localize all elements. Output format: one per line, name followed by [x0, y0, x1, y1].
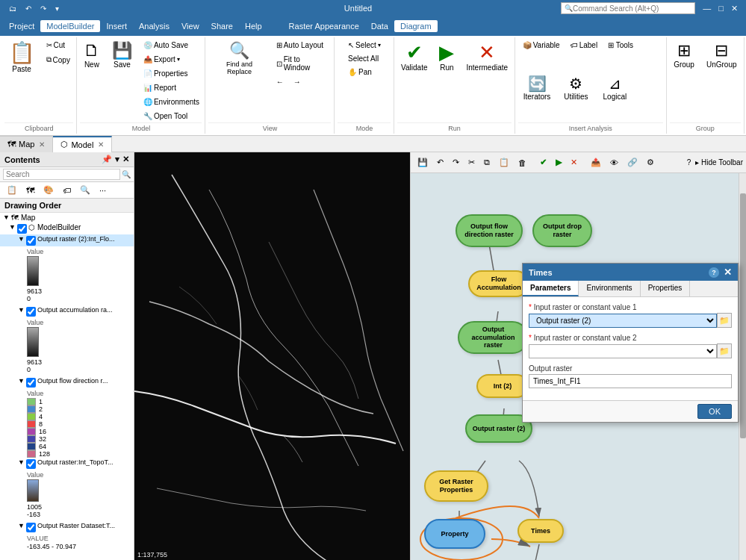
- menu-data[interactable]: Data: [365, 20, 394, 32]
- contents-search-input[interactable]: [3, 169, 120, 180]
- auto-save-button[interactable]: 💿 Auto Save: [139, 39, 204, 52]
- nav-next-button[interactable]: →: [289, 75, 305, 88]
- menu-share[interactable]: Share: [205, 20, 239, 32]
- layer-output-accum[interactable]: ▼ Output accumulation ra...: [0, 305, 134, 317]
- layer-output-raster-2[interactable]: ▼ Output raster (2):Int_Flo...: [0, 234, 134, 246]
- tools-button[interactable]: ⊞ Tools: [603, 39, 638, 52]
- node-output-flow-dir[interactable]: Output flow direction raster: [456, 214, 523, 247]
- command-search-input[interactable]: [573, 4, 685, 13]
- auto-layout-button[interactable]: ⊞ Auto Layout: [272, 39, 332, 52]
- output-raster-2-checkbox[interactable]: [26, 236, 36, 246]
- toolbar-layers-icon[interactable]: 📋: [3, 184, 21, 196]
- model-link-btn[interactable]: 🔗: [624, 155, 641, 169]
- pan-button[interactable]: ✋ Pan: [344, 66, 385, 78]
- dialog-help-btn[interactable]: ?: [709, 267, 719, 278]
- model-paste-btn[interactable]: 📋: [495, 155, 513, 169]
- model-settings-btn[interactable]: ⚙: [643, 155, 658, 169]
- dataset-checkbox[interactable]: [26, 523, 36, 532]
- properties-button[interactable]: 📄 Properties: [139, 67, 204, 80]
- model-canvas[interactable]: Output flow direction raster Output drop…: [411, 173, 746, 560]
- node-flow-accum[interactable]: Flow Accumulation: [468, 270, 529, 297]
- maximize-btn[interactable]: □: [716, 3, 726, 14]
- accum-checkbox[interactable]: [26, 307, 36, 317]
- scrollbar-thumb[interactable]: [740, 193, 746, 438]
- model-delete-btn[interactable]: 🗑: [515, 156, 530, 169]
- select-input-raster-2[interactable]: [529, 344, 717, 358]
- model-cut-btn[interactable]: ✂: [464, 155, 479, 169]
- report-button[interactable]: 📊 Report: [139, 81, 204, 94]
- layer-output-dataset[interactable]: ▼ Output Raster Dataset:T...: [0, 521, 134, 533]
- toolbar-more-icon[interactable]: ···: [96, 184, 110, 196]
- fit-window-button[interactable]: ⊡ Fit to Window: [272, 53, 332, 74]
- paste-button[interactable]: 📋 Paste: [4, 39, 40, 77]
- dialog-tab-envs[interactable]: Environments: [579, 281, 640, 296]
- panel-pin-btn[interactable]: 📌: [102, 155, 112, 164]
- intermediate-button[interactable]: ✕ Intermediate: [461, 39, 513, 75]
- toolbar-symbol-icon[interactable]: 🎨: [40, 184, 57, 196]
- model-redo-btn[interactable]: ↷: [449, 155, 463, 169]
- flow-checkbox[interactable]: [26, 378, 36, 388]
- toolbar-zoom-icon[interactable]: 🗺: [22, 184, 38, 196]
- quick-access[interactable]: ▾: [52, 4, 62, 13]
- map-area[interactable]: 1:137,755 °E 31.87° ⏸ ▶: [134, 152, 410, 560]
- menu-raster-appearance[interactable]: Raster Appearance: [283, 20, 365, 32]
- dialog-close-btn[interactable]: ✕: [724, 267, 732, 278]
- menu-help[interactable]: Help: [239, 20, 268, 32]
- select-button[interactable]: ↖ Select ▾: [344, 39, 385, 52]
- open-tool-button[interactable]: 🔧 Open Tool: [139, 110, 204, 122]
- browse-raster-2-btn[interactable]: 📁: [717, 343, 732, 358]
- node-property[interactable]: Property: [424, 519, 485, 549]
- minimize-btn[interactable]: —: [700, 3, 713, 14]
- ungroup-button[interactable]: ⊟ UnGroup: [701, 39, 742, 72]
- cut-button[interactable]: ✂ Cut: [42, 39, 75, 52]
- logical-button[interactable]: ⊿ Logical: [596, 72, 633, 105]
- environments-button[interactable]: 🌐 Environments: [139, 96, 204, 108]
- layer-output-flow[interactable]: ▼ Output flow direction r...: [0, 376, 134, 388]
- menu-analysis[interactable]: Analysis: [133, 20, 175, 32]
- close-btn[interactable]: ✕: [729, 3, 740, 14]
- browse-raster-1-btn[interactable]: 📁: [717, 313, 732, 328]
- node-int-2[interactable]: Int (2): [476, 374, 529, 398]
- model-scrollbar-v[interactable]: [739, 173, 746, 560]
- menu-diagram[interactable]: Diagram: [394, 20, 438, 32]
- nav-back-button[interactable]: ←: [272, 75, 288, 88]
- layer-map-root[interactable]: ▼ 🗺 Map: [0, 213, 134, 223]
- run-button[interactable]: ▶ Run: [434, 39, 459, 75]
- validate-button[interactable]: ✔ Validate: [396, 39, 432, 75]
- undo-btn[interactable]: ↶: [22, 4, 34, 13]
- command-search[interactable]: 🔍: [561, 2, 695, 14]
- ok-button[interactable]: OK: [697, 404, 732, 419]
- layer-output-raster-int[interactable]: ▼ Output raster:Int_TopoT...: [0, 458, 134, 470]
- find-replace-button[interactable]: 🔍 Find and Replace: [208, 39, 270, 79]
- select-all-button[interactable]: Select All: [344, 52, 385, 65]
- panel-menu-btn[interactable]: ▾: [115, 155, 119, 164]
- tab-model[interactable]: ⬡ Model ✕: [53, 136, 112, 152]
- model-stop-btn[interactable]: ✕: [567, 155, 581, 169]
- export-button[interactable]: 📤 Export ▾: [139, 53, 204, 66]
- group-button[interactable]: ⊞ Group: [668, 39, 700, 72]
- node-times[interactable]: Times: [517, 519, 564, 543]
- select-input-raster-1[interactable]: Output raster (2): [529, 314, 717, 328]
- input-output-raster[interactable]: [529, 374, 732, 388]
- menu-project[interactable]: Project: [3, 20, 40, 32]
- copy-button[interactable]: ⧉ Copy: [42, 53, 75, 66]
- toolbar-filter-icon[interactable]: 🔍: [76, 184, 94, 196]
- model-undo-btn[interactable]: ↶: [433, 155, 447, 169]
- menu-view[interactable]: View: [175, 20, 205, 32]
- toolbar-label-icon[interactable]: 🏷: [59, 184, 75, 196]
- int-topo-checkbox[interactable]: [26, 459, 36, 469]
- node-output-accum-raster[interactable]: Output accumulation raster: [458, 321, 529, 354]
- label-button[interactable]: 🏷 Label: [566, 39, 602, 52]
- panel-close-btn[interactable]: ✕: [122, 155, 129, 164]
- save-button[interactable]: 💾 Save: [107, 39, 137, 72]
- model-run-btn[interactable]: ▶: [552, 155, 565, 169]
- model-save-btn[interactable]: 💾: [414, 155, 432, 169]
- menu-modelbuilder[interactable]: ModelBuilder: [40, 20, 100, 32]
- tab-map[interactable]: 🗺 Map ✕: [0, 136, 53, 152]
- node-output-drop[interactable]: Output drop raster: [532, 214, 592, 247]
- variable-button[interactable]: 📦 Variable: [518, 39, 565, 52]
- menu-insert[interactable]: Insert: [100, 20, 133, 32]
- model-export-btn[interactable]: 📤: [587, 155, 605, 169]
- window-icon[interactable]: 🗂: [6, 4, 19, 13]
- model-validate-btn[interactable]: ✔: [536, 155, 550, 169]
